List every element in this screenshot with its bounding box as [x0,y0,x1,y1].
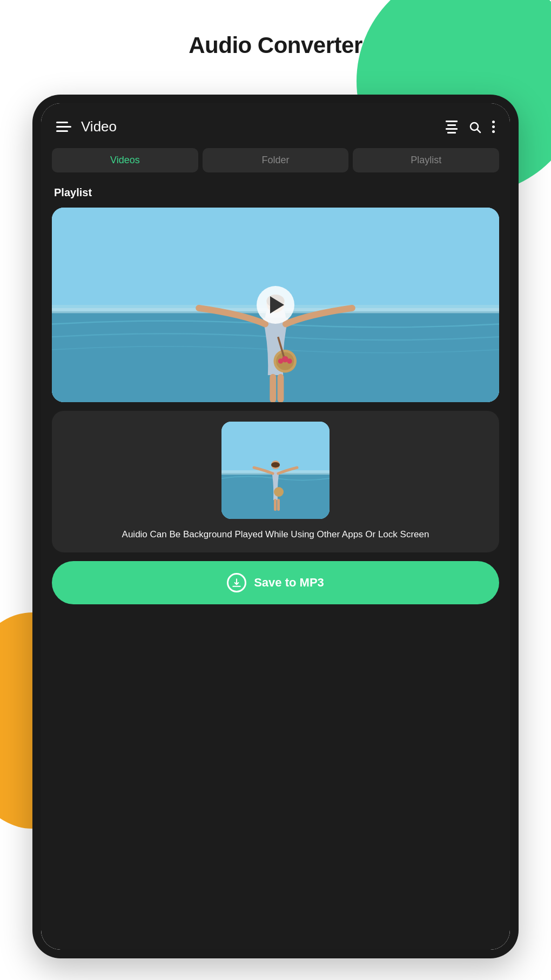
phone-frame: Video [32,95,519,958]
tab-videos[interactable]: Videos [52,148,198,172]
app-title: Video [81,118,117,135]
svg-line-1 [478,130,480,132]
search-icon[interactable] [468,121,481,134]
save-to-mp3-button[interactable]: Save to MP3 [52,561,499,604]
main-video-container[interactable] [52,208,499,402]
save-button-label: Save to MP3 [254,576,324,590]
sort-icon[interactable] [446,121,458,134]
svg-point-14 [278,358,283,363]
second-video-thumbnail[interactable] [221,422,330,519]
play-button[interactable] [257,286,294,324]
svg-rect-22 [277,499,280,511]
svg-point-15 [287,358,292,363]
svg-rect-9 [270,374,276,402]
second-video-section: Auidio Can Be Background Played While Us… [52,411,499,552]
top-bar-right [446,121,495,134]
tabs-container: Videos Folder Playlist [41,144,510,181]
play-triangle-icon [270,296,284,314]
top-bar: Video [41,103,510,144]
svg-point-0 [471,123,478,130]
app-screen: Video [41,103,510,950]
svg-rect-21 [274,499,277,511]
tab-playlist[interactable]: Playlist [353,148,499,172]
svg-point-23 [274,487,284,497]
section-label: Playlist [41,181,510,208]
main-video-thumbnail [52,208,499,402]
tab-folder[interactable]: Folder [203,148,349,172]
more-options-icon[interactable] [492,121,495,133]
save-icon [227,573,246,592]
second-video-description: Auidio Can Be Background Played While Us… [117,528,435,542]
svg-rect-10 [278,374,284,402]
hamburger-menu-icon[interactable] [56,122,71,132]
page-title: Audio Converter [0,32,551,58]
svg-point-20 [271,462,280,468]
top-bar-left: Video [56,118,117,135]
phone-inner: Video [41,103,510,950]
save-btn-container: Save to MP3 [41,552,510,617]
